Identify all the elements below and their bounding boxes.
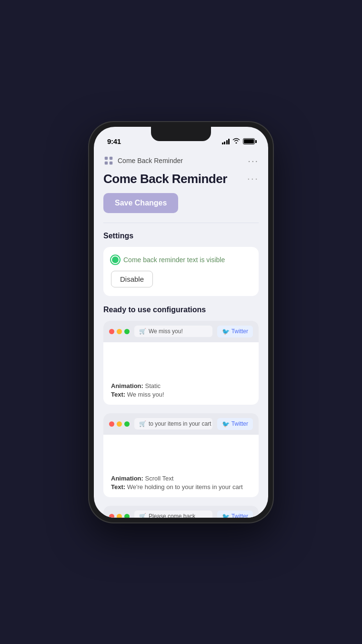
page-title: Come Back Reminder: [103, 172, 227, 186]
config-text-1: Text: We're holding on to your items in …: [111, 483, 251, 491]
browser-content-0: [103, 342, 259, 376]
traffic-lights-2: [109, 514, 130, 518]
twitter-tab-text-1: Twitter: [231, 420, 248, 427]
text-label-1: Text:: [111, 483, 125, 491]
address-text-2: Please come back: [149, 513, 195, 517]
battery-icon: [243, 138, 255, 144]
nav-bar: Come Back Reminder ···: [94, 150, 268, 172]
address-bar-2: 🛒 Please come back: [134, 511, 212, 517]
wifi-icon: [232, 138, 240, 145]
traffic-light-green: [124, 329, 130, 334]
config-animation-0: Animation: Static: [111, 382, 251, 389]
notch: [151, 127, 211, 141]
cart-icon-0: 🛒: [139, 328, 146, 335]
traffic-light-yellow-1: [117, 421, 122, 427]
address-text-0: We miss you!: [149, 328, 183, 335]
config-text-0: Text: We miss you!: [111, 391, 251, 398]
scroll-area[interactable]: Come Back Reminder ··· Come Back Reminde…: [94, 150, 268, 518]
cart-icon-1: 🛒: [139, 420, 146, 427]
nav-left: Come Back Reminder: [103, 155, 183, 166]
traffic-light-yellow: [117, 329, 122, 334]
divider: [103, 223, 259, 223]
traffic-lights-0: [109, 329, 130, 334]
twitter-tab-text-0: Twitter: [231, 328, 248, 335]
grid-icon: [103, 155, 114, 166]
config-card-0[interactable]: 🛒 We miss you! 🐦 Twitter Animation:: [103, 321, 259, 405]
browser-bar-2: 🛒 Please come back 🐦 Twitter: [103, 506, 259, 518]
traffic-light-green-2: [124, 514, 130, 518]
twitter-bird-icon-2: 🐦: [222, 513, 230, 518]
nav-more-button[interactable]: ···: [248, 156, 259, 165]
text-value-0: We miss you!: [127, 391, 164, 398]
settings-section: Settings Come back reminder text is visi…: [103, 232, 259, 296]
phone-frame: 9:41: [88, 121, 274, 523]
twitter-tab-text-2: Twitter: [231, 513, 248, 517]
twitter-tab-1: 🐦 Twitter: [217, 418, 253, 430]
svg-rect-2: [105, 161, 108, 164]
phone-screen: 9:41: [94, 127, 268, 518]
settings-label: Settings: [103, 232, 259, 240]
traffic-lights-1: [109, 421, 130, 427]
traffic-light-yellow-2: [117, 514, 122, 518]
nav-title: Come Back Reminder: [118, 157, 183, 164]
twitter-bird-icon-0: 🐦: [222, 328, 230, 335]
text-value-1: We're holding on to your items in your c…: [127, 483, 243, 491]
page-more-button[interactable]: ···: [247, 174, 259, 184]
traffic-light-red-1: [109, 421, 114, 427]
text-label-0: Text:: [111, 391, 125, 398]
animation-label-0: Animation:: [111, 382, 143, 389]
browser-bar-1: 🛒 to your items in your cart --- We're 🐦…: [103, 413, 259, 435]
signal-icon: [222, 139, 230, 144]
browser-content-1: [103, 435, 259, 468]
twitter-tab-0: 🐦 Twitter: [217, 326, 253, 337]
disable-button[interactable]: Disable: [111, 271, 153, 287]
page-content: Come Back Reminder ··· Save Changes Sett…: [94, 172, 268, 518]
animation-label-1: Animation:: [111, 475, 143, 482]
animation-value-0: Static: [145, 382, 161, 389]
configurations-section: Ready to use configurations 🛒 We mi: [103, 306, 259, 518]
twitter-tab-2: 🐦 Twitter: [217, 511, 253, 518]
config-card-1[interactable]: 🛒 to your items in your cart --- We're 🐦…: [103, 413, 259, 497]
settings-card: Come back reminder text is visible Disab…: [103, 247, 259, 296]
address-text-1: to your items in your cart --- We're: [149, 420, 212, 427]
status-row: Come back reminder text is visible: [111, 256, 251, 264]
traffic-light-red-2: [109, 514, 114, 518]
traffic-light-red: [109, 329, 114, 334]
status-time: 9:41: [107, 137, 121, 145]
visibility-status-text: Come back reminder text is visible: [123, 256, 225, 264]
config-info-1: Animation: Scroll Text Text: We're holdi…: [103, 468, 259, 497]
svg-rect-0: [105, 156, 108, 159]
animation-value-1: Scroll Text: [145, 475, 174, 482]
browser-bar-0: 🛒 We miss you! 🐦 Twitter: [103, 321, 259, 342]
svg-rect-3: [110, 161, 112, 164]
svg-rect-1: [110, 156, 112, 159]
twitter-bird-icon-1: 🐦: [222, 420, 230, 428]
config-card-2[interactable]: 🛒 Please come back 🐦 Twitter Animat: [103, 506, 259, 518]
status-icons: [222, 138, 255, 145]
cart-icon-2: 🛒: [139, 513, 146, 517]
config-info-0: Animation: Static Text: We miss you!: [103, 376, 259, 405]
page-header: Come Back Reminder ···: [103, 172, 259, 186]
address-bar-1: 🛒 to your items in your cart --- We're: [134, 418, 212, 429]
save-changes-button[interactable]: Save Changes: [103, 193, 178, 213]
traffic-light-green-1: [124, 421, 130, 427]
status-dot-icon: [111, 256, 120, 264]
config-animation-1: Animation: Scroll Text: [111, 475, 251, 482]
configurations-label: Ready to use configurations: [103, 306, 259, 314]
address-bar-0: 🛒 We miss you!: [134, 326, 212, 337]
